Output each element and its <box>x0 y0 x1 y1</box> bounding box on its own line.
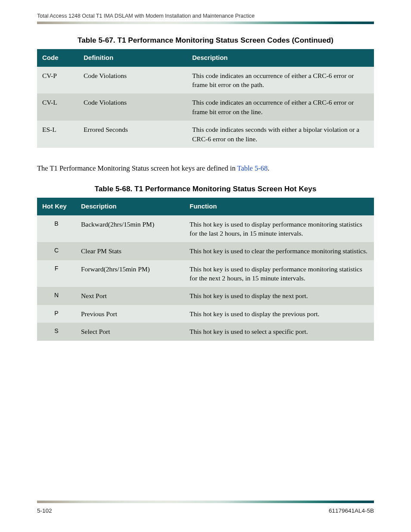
description-cell: Forward(2hrs/15min PM) <box>76 260 184 287</box>
description-cell: Backward(2hrs/15min PM) <box>76 215 184 243</box>
definition-cell: Code Violations <box>78 67 187 94</box>
table-row: CV-P Code Violations This code indicates… <box>37 67 374 94</box>
table-68-header-description: Description <box>76 198 184 215</box>
description-cell: Select Port <box>76 323 184 340</box>
function-cell: This hot key is used to display the prev… <box>184 305 374 323</box>
table-row: S Select Port This hot key is used to se… <box>37 323 374 340</box>
function-cell: This hot key is used to select a specifi… <box>184 323 374 340</box>
table-67-header-code: Code <box>37 49 78 67</box>
running-header: Total Access 1248 Octal T1 IMA DSLAM wit… <box>37 13 374 19</box>
description-cell: Next Port <box>76 287 184 305</box>
page: Total Access 1248 Octal T1 IMA DSLAM wit… <box>0 0 411 532</box>
table-68-header-hotkey: Hot Key <box>37 198 76 215</box>
table-68: Hot Key Description Function B Backward(… <box>37 198 374 341</box>
table-row: P Previous Port This hot key is used to … <box>37 305 374 323</box>
table-row: C Clear PM Stats This hot key is used to… <box>37 242 374 260</box>
function-cell: This hot key is used to display the next… <box>184 287 374 305</box>
description-cell: This code indicates an occurrence of eit… <box>187 67 374 94</box>
page-number: 5-102 <box>37 507 52 514</box>
table-68-caption: Table 5-68. T1 Performance Monitoring St… <box>37 185 374 193</box>
hotkey-cell: C <box>37 242 76 260</box>
table-row: F Forward(2hrs/15min PM) This hot key is… <box>37 260 374 287</box>
doc-number: 61179641AL4-5B <box>329 507 374 514</box>
code-cell: CV-P <box>37 67 78 94</box>
table-67: Code Definition Description CV-P Code Vi… <box>37 49 374 148</box>
description-cell: Clear PM Stats <box>76 242 184 260</box>
footer-rule <box>37 501 374 503</box>
description-cell: This code indicates seconds with either … <box>187 121 374 148</box>
hotkey-cell: B <box>37 215 76 243</box>
intro-paragraph: The T1 Performance Monitoring Status scr… <box>37 163 374 174</box>
hotkey-cell: P <box>37 305 76 323</box>
hotkey-cell: S <box>37 323 76 340</box>
para-pre: The T1 Performance Monitoring Status scr… <box>37 164 237 172</box>
table-67-head: Code Definition Description <box>37 49 374 67</box>
code-cell: ES-L <box>37 121 78 148</box>
definition-cell: Errored Seconds <box>78 121 187 148</box>
table-67-header-description: Description <box>187 49 374 67</box>
function-cell: This hot key is used to clear the perfor… <box>184 242 374 260</box>
table-68-head: Hot Key Description Function <box>37 198 374 215</box>
definition-cell: Code Violations <box>78 93 187 121</box>
description-cell: This code indicates an occurrence of eit… <box>187 93 374 121</box>
code-cell: CV-L <box>37 93 78 121</box>
hotkey-cell: N <box>37 287 76 305</box>
function-cell: This hot key is used to display performa… <box>184 215 374 243</box>
table-row: B Backward(2hrs/15min PM) This hot key i… <box>37 215 374 243</box>
table-67-caption: Table 5-67. T1 Performance Monitoring St… <box>37 36 374 45</box>
table-row: ES-L Errored Seconds This code indicates… <box>37 121 374 148</box>
header-rule <box>37 22 374 24</box>
table-67-header-definition: Definition <box>78 49 187 67</box>
table-68-header-function: Function <box>184 198 374 215</box>
description-cell: Previous Port <box>76 305 184 323</box>
table-row: CV-L Code Violations This code indicates… <box>37 93 374 121</box>
para-post: . <box>268 164 269 172</box>
hotkey-cell: F <box>37 260 76 287</box>
page-footer: 5-102 61179641AL4-5B <box>37 501 374 514</box>
table-row: N Next Port This hot key is used to disp… <box>37 287 374 305</box>
xref-table-5-68[interactable]: Table 5-68 <box>237 164 268 172</box>
function-cell: This hot key is used to display performa… <box>184 260 374 287</box>
